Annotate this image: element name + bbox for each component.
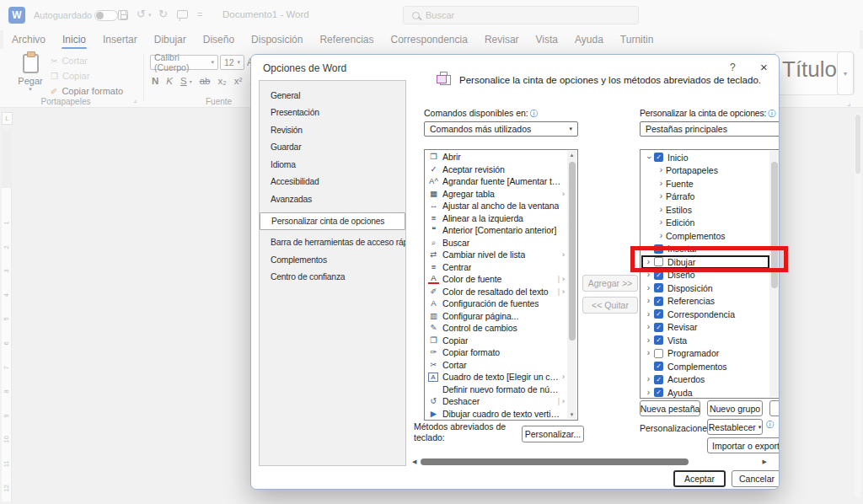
ribbon-tab-row[interactable]: Edición [641,217,769,230]
tab-checkbox[interactable] [654,335,663,345]
ribbon-tab-row[interactable]: Estilos [641,203,769,217]
command-item[interactable]: ▥ Configurar página... [426,310,566,323]
tab-checkbox[interactable] [654,323,663,332]
expand-arrow-icon[interactable] [657,232,666,240]
tab-checkbox[interactable] [654,375,663,384]
new-group-button[interactable]: Nuevo grupo [707,400,763,416]
reset-button[interactable]: Restablecer ▾ [707,419,763,435]
remove-button[interactable]: << Quitar [582,297,638,314]
expand-arrow-icon[interactable] [644,375,653,383]
command-item[interactable]: ✂ Cortar [426,359,566,372]
expand-arrow-icon[interactable] [644,297,653,305]
dialog-nav-item[interactable]: Idioma [260,156,405,174]
cancel-button[interactable]: Cancelar [732,470,780,487]
dialog-nav-item[interactable]: Personalizar cinta de opciones [260,212,405,230]
command-item[interactable]: ↺ Deshacer [426,395,566,408]
ribbon-tab-row[interactable]: Correspondencia [641,308,769,321]
ribbon-tab-row[interactable]: Acuerdos [641,373,769,387]
ribbon-tabs-combo[interactable]: Pestañas principales [640,121,780,137]
tab-checkbox[interactable] [654,349,663,358]
ribbon-tab-row[interactable]: Ayuda [641,386,769,399]
available-commands-list[interactable]: ▲ ▼ ❒ Abrir ✓ Aceptar revisión A^ [424,149,578,421]
command-item[interactable]: ❝ Anterior [Comentario anterior] [426,224,566,237]
horizontal-scrollbar[interactable]: ◀ ▶ [412,457,767,466]
ribbon-tab-row[interactable]: Inicio [641,151,769,164]
command-item[interactable]: ✐ Color de resaltado del texto [426,286,566,298]
expand-arrow-icon[interactable] [644,284,653,292]
expand-arrow-icon[interactable] [657,180,666,188]
dialog-nav-item[interactable]: Guardar [260,139,405,157]
tab-checkbox[interactable] [654,283,663,292]
command-item[interactable]: A Configuración de fuentes [426,298,566,310]
ribbon-tab-row[interactable]: Programador [641,347,769,361]
help-icon[interactable]: ? [730,62,736,73]
close-icon[interactable]: × [760,60,768,74]
customize-shortcuts-button[interactable]: Personalizar... [522,426,584,442]
info-icon[interactable]: ⓘ [530,109,539,118]
tab-checkbox[interactable] [654,297,663,306]
command-item[interactable]: ❒ Abrir [426,151,566,164]
command-item[interactable]: ✎ Control de cambios [426,322,566,335]
scroll-up-icon[interactable]: ▲ [567,153,576,158]
ribbon-tab-row[interactable]: Párrafo [641,190,769,204]
scroll-right-icon[interactable]: ▶ [763,458,767,465]
command-item[interactable]: ≡ Alinear a la izquierda [426,212,566,225]
command-item[interactable]: ▦ Agregar tabla [426,188,566,201]
command-item[interactable]: ⌕ Buscar [426,237,566,249]
command-item[interactable]: ✓ Aceptar revisión [426,164,566,176]
command-item[interactable]: A Cuadro de texto [Elegir un cua... [426,371,566,383]
commands-source-combo[interactable]: Comandos más utilizados ▾ [424,121,578,137]
expand-arrow-icon[interactable] [644,153,653,162]
dialog-nav-item[interactable]: Presentación [260,105,405,122]
tab-checkbox[interactable] [654,309,663,319]
command-item[interactable]: ⇄ Cambiar nivel de lista [426,249,566,261]
expand-arrow-icon[interactable] [657,218,666,227]
command-item[interactable]: ✑ Copiar formato [426,346,566,359]
scroll-left-icon[interactable]: ◀ [412,458,416,465]
dialog-nav-item[interactable]: Barra de herramientas de acceso rápido [260,234,405,252]
expand-arrow-icon[interactable] [657,206,666,214]
command-item[interactable]: Definir nuevo formato de núm... [426,383,566,396]
command-item[interactable]: ❐ Copiar [426,335,566,347]
commands-scrollbar[interactable]: ▲ ▼ [567,151,576,419]
dialog-nav-item[interactable]: Centro de confianza [260,269,405,287]
tab-checkbox[interactable] [654,388,663,397]
ribbon-tab-row[interactable]: Complementos [641,229,769,243]
ribbon-tab-row[interactable]: Vista [641,334,769,347]
ribbon-tab-row[interactable]: Disposición [641,281,769,295]
add-button[interactable]: Agregar >> [582,275,638,292]
scroll-down-icon[interactable]: ▼ [567,412,576,417]
dialog-nav-item[interactable]: Accesibilidad [260,174,405,191]
ribbon-tab-row[interactable]: Fuente [641,177,769,190]
ribbon-tab-row[interactable]: Portapapeles [641,164,769,178]
accept-button[interactable]: Aceptar [673,470,726,487]
ribbon-tab-row[interactable]: Revisar [641,321,769,335]
import-export-button[interactable]: Importar o export [707,437,780,453]
expand-arrow-icon[interactable] [657,166,666,174]
ribbon-tab-row[interactable]: Complementos [641,360,769,373]
tab-checkbox[interactable] [654,153,663,162]
scrollbar-thumb[interactable] [421,458,689,465]
expand-arrow-icon[interactable] [644,323,653,331]
ribbon-tabs-list[interactable]: Inicio Portapapeles Fuente Pá [640,149,780,399]
command-item[interactable]: ▶ Dibujar cuadro de texto vertical [426,408,566,421]
expand-arrow-icon[interactable] [644,349,653,357]
tabs-scrollbar[interactable] [769,151,779,397]
scrollbar-thumb[interactable] [569,162,576,340]
info-icon[interactable]: ⓘ [766,420,775,431]
tab-checkbox[interactable] [654,362,663,371]
expand-arrow-icon[interactable] [657,192,666,201]
expand-arrow-icon[interactable] [644,336,653,345]
expand-arrow-icon[interactable] [644,310,653,319]
dialog-nav-item[interactable]: General [260,87,405,105]
info-icon[interactable]: ⓘ [768,109,775,118]
command-item[interactable]: ↔ Ajustar al ancho de la ventana [426,200,566,212]
ribbon-tab-row[interactable]: Referencias [641,295,769,308]
expand-arrow-icon[interactable] [644,389,653,397]
command-item[interactable]: A Color de fuente [426,273,566,286]
command-item[interactable]: A^ Agrandar fuente [Aumentar ta... [426,175,566,188]
dialog-nav-item[interactable]: Avanzadas [260,190,405,208]
rename-button-clipped[interactable] [769,400,780,416]
new-tab-button[interactable]: Nueva pestaña [640,400,700,416]
dialog-nav-item[interactable]: Complementos [260,251,405,269]
